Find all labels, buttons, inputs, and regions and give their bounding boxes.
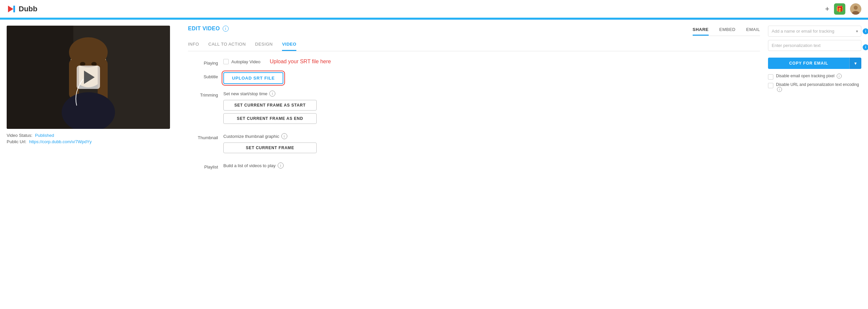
- svg-marker-0: [8, 6, 13, 12]
- playlist-row: Playlist Build a list of videos to play …: [188, 163, 760, 172]
- disable-url-checkbox[interactable]: [768, 83, 773, 88]
- tracking-input[interactable]: [768, 26, 861, 37]
- edit-video-title: EDIT VIDEO: [188, 26, 220, 32]
- thumbnail-info-icon[interactable]: i: [281, 133, 287, 139]
- playing-content: Autoplay Video Upload your SRT file here: [223, 59, 760, 65]
- tab-email[interactable]: EMAIL: [746, 27, 760, 36]
- public-url-label: Public Url:: [7, 139, 26, 144]
- left-panel: Video Status: Published Public Url: http…: [7, 26, 180, 178]
- disable-url-label: Disable URL and personalization text enc…: [776, 82, 861, 92]
- logo-text: Dubb: [19, 5, 37, 13]
- playing-row: Playing Autoplay Video Upload your SRT f…: [188, 59, 760, 66]
- video-info: Video Status: Published Public Url: http…: [7, 133, 180, 144]
- video-thumbnail[interactable]: [7, 26, 170, 129]
- video-status-row: Video Status: Published: [7, 133, 180, 138]
- tab-video[interactable]: VIDEO: [282, 42, 296, 51]
- thumbnail-label: Thumbnail: [188, 133, 218, 140]
- playlist-desc-text: Build a list of videos to play: [223, 163, 276, 168]
- disable-tracking-label: Disable email open tracking pixel i: [776, 74, 842, 78]
- tab-share[interactable]: SHARE: [693, 27, 709, 36]
- tracking-info-icon[interactable]: i: [863, 28, 868, 34]
- trimming-info-icon[interactable]: i: [269, 91, 275, 97]
- sub-tabs: INFO CALL TO ACTION DESIGN VIDEO: [188, 42, 760, 51]
- subtitle-label: Subtitle: [188, 72, 218, 79]
- video-status-label: Video Status:: [7, 133, 32, 138]
- header-right: + 🎁: [825, 3, 861, 15]
- svg-point-3: [854, 6, 858, 10]
- play-button-overlay[interactable]: [77, 66, 100, 89]
- thumbnail-row: Thumbnail Customize thumbnail graphic i …: [188, 133, 760, 156]
- set-end-button[interactable]: SET CURRENT FRAME AS END: [223, 113, 317, 124]
- copy-email-button[interactable]: COPY FOR EMAIL: [768, 58, 849, 69]
- add-button[interactable]: +: [825, 5, 829, 13]
- header-left: Dubb: [7, 4, 37, 14]
- header: Dubb + 🎁: [0, 0, 868, 19]
- autoplay-checkbox[interactable]: [223, 59, 229, 64]
- top-tabs: SHARE EMBED EMAIL: [693, 27, 760, 36]
- subtitle-row: Subtitle UPLOAD SRT FILE: [188, 72, 760, 84]
- playlist-info-icon[interactable]: i: [278, 163, 284, 169]
- trimming-desc-row: Set new start/stop time i: [223, 91, 760, 97]
- right-panel: ▾ i i COPY FOR EMAIL ▾ Disable email ope…: [768, 26, 861, 178]
- srt-hint: Upload your SRT file here: [270, 59, 331, 65]
- video-content-section: Playing Autoplay Video Upload your SRT f…: [188, 59, 760, 172]
- play-triangle: [84, 71, 95, 84]
- playlist-desc-row: Build a list of videos to play i: [223, 163, 760, 169]
- copy-email-dropdown-button[interactable]: ▾: [849, 58, 861, 69]
- trimming-label: Trimming: [188, 91, 218, 98]
- autoplay-label: Autoplay Video: [231, 59, 260, 64]
- center-panel: EDIT VIDEO i SHARE EMBED EMAIL INFO CALL…: [188, 26, 760, 178]
- tab-info[interactable]: INFO: [188, 42, 199, 51]
- tracking-input-wrap: ▾ i: [768, 26, 861, 37]
- autoplay-row: Autoplay Video Upload your SRT file here: [223, 59, 760, 65]
- personalization-input[interactable]: [768, 40, 861, 51]
- disable-tracking-row: Disable email open tracking pixel i: [768, 74, 861, 79]
- subtitle-content: UPLOAD SRT FILE: [223, 72, 760, 84]
- trimming-row: Trimming Set new start/stop time i SET C…: [188, 91, 760, 127]
- edit-video-info-icon[interactable]: i: [223, 26, 229, 32]
- edit-video-header: EDIT VIDEO i: [188, 26, 229, 32]
- tab-embed[interactable]: EMBED: [719, 27, 736, 36]
- svg-rect-1: [13, 6, 15, 12]
- personalization-input-wrap: i: [768, 40, 861, 54]
- dubb-logo-icon: [7, 4, 16, 14]
- video-status-value: Published: [35, 133, 54, 138]
- thumbnail-content: Customize thumbnail graphic i SET CURREN…: [223, 133, 760, 156]
- set-start-button[interactable]: SET CURRENT FRAME AS START: [223, 100, 317, 110]
- playlist-content: Build a list of videos to play i: [223, 163, 760, 172]
- tab-design[interactable]: DESIGN: [255, 42, 273, 51]
- thumbnail-desc-text: Customize thumbnail graphic: [223, 134, 279, 139]
- personalization-info-icon[interactable]: i: [863, 44, 868, 50]
- copy-email-dropdown-arrow: ▾: [854, 61, 857, 66]
- copy-email-btn-wrap: COPY FOR EMAIL ▾: [768, 58, 861, 69]
- public-url-row: Public Url: https://corp.dubb.com/v/7Wpd…: [7, 139, 180, 144]
- avatar[interactable]: [850, 3, 861, 15]
- thumbnail-desc-row: Customize thumbnail graphic i: [223, 133, 760, 139]
- disable-url-info-icon[interactable]: i: [777, 87, 782, 92]
- disable-tracking-checkbox[interactable]: [768, 74, 773, 79]
- public-url-link[interactable]: https://corp.dubb.com/v/7WpdYy: [29, 139, 92, 144]
- trimming-content: Set new start/stop time i SET CURRENT FR…: [223, 91, 760, 127]
- disable-url-row: Disable URL and personalization text enc…: [768, 82, 861, 92]
- disable-tracking-info-icon[interactable]: i: [837, 74, 842, 78]
- gift-icon[interactable]: 🎁: [834, 3, 845, 15]
- playlist-label: Playlist: [188, 163, 218, 170]
- playing-label: Playing: [188, 59, 218, 66]
- upload-srt-button[interactable]: UPLOAD SRT FILE: [223, 72, 283, 84]
- main-layout: Video Status: Published Public Url: http…: [0, 20, 868, 184]
- set-frame-button[interactable]: SET CURRENT FRAME: [223, 142, 317, 153]
- trimming-desc: Set new start/stop time: [223, 91, 267, 96]
- tab-call-to-action[interactable]: CALL TO ACTION: [208, 42, 246, 51]
